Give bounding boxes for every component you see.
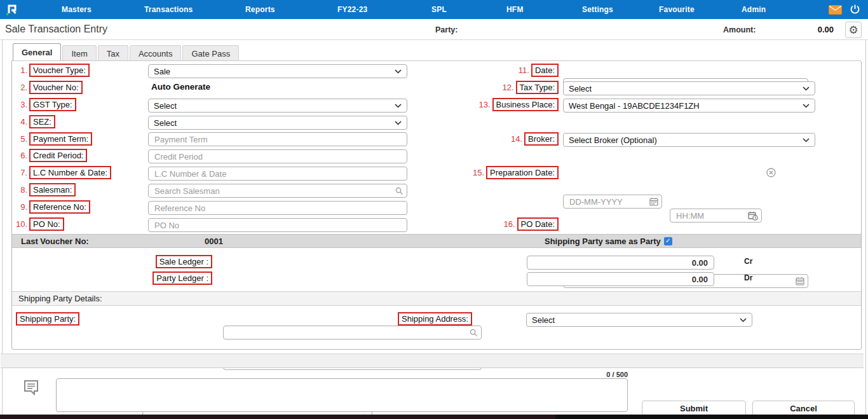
field-label-box: Salesman: xyxy=(29,183,76,196)
nav-item-fy22-23[interactable]: FY22-23 xyxy=(337,5,367,14)
tab-item[interactable]: Item xyxy=(62,45,96,62)
comment-icon xyxy=(23,379,39,395)
calendar-icon[interactable] xyxy=(796,277,804,285)
field-label-box: Preparation Date: xyxy=(486,166,559,179)
field-label-tax-type: 12.Tax Type: xyxy=(414,81,559,94)
field-num: 12. xyxy=(500,83,514,92)
lc-number-field-wrap xyxy=(148,167,407,181)
field-label-box: Voucher Type: xyxy=(29,64,90,77)
business-place-value: West Bengal - 19ABCDE1234F1ZH xyxy=(569,101,700,111)
field-label-business-place: 13.Business Place: xyxy=(414,98,559,111)
field-num: 9. xyxy=(13,202,27,212)
field-label-box: PO No: xyxy=(29,217,64,231)
field-label-box: Reference No: xyxy=(29,200,90,214)
field-label-box: Business Place: xyxy=(492,98,559,111)
chevron-down-icon xyxy=(740,318,747,322)
last-voucher-bar: Last Voucher No: 0001 Shipping Party sam… xyxy=(12,234,861,248)
last-voucher-value: 0001 xyxy=(205,237,223,246)
app-logo-icon[interactable] xyxy=(5,3,19,17)
search-icon xyxy=(470,329,478,337)
field-label-box: L.C Number & Date: xyxy=(29,166,111,179)
sale-ledger-label-box: Sale Ledger : xyxy=(156,255,212,268)
amount-value: 0.00 xyxy=(802,25,834,34)
field-num: 1. xyxy=(13,65,27,75)
sale-ledger-amount-input[interactable] xyxy=(527,256,714,270)
field-label-box: Tax Type: xyxy=(516,81,559,94)
shipping-party-label-row: Shipping Party: xyxy=(16,312,79,326)
field-label-box: Broker: xyxy=(524,132,559,146)
calendar-icon[interactable] xyxy=(649,197,658,206)
top-nav-bar: Masters Transactions Reports FY22-23 SPL… xyxy=(0,0,868,19)
gst-type-select[interactable]: Select xyxy=(148,99,407,113)
payment-term-field-wrap xyxy=(148,132,407,146)
sez-value: Select xyxy=(154,118,177,128)
salesman-search-input[interactable] xyxy=(148,184,407,198)
shipping-same-as-party-checkbox[interactable]: ✓ xyxy=(664,237,672,245)
broker-value: Select Broker (Optional) xyxy=(569,135,657,145)
reference-no-field-wrap xyxy=(148,201,407,215)
shipping-address-value: Select xyxy=(532,315,555,325)
nav-item-spl[interactable]: SPL xyxy=(431,5,447,14)
salesman-field-wrap xyxy=(148,184,407,198)
voucher-no-auto-generate: Auto Generate xyxy=(151,82,210,96)
nav-item-reports[interactable]: Reports xyxy=(245,5,275,14)
power-icon[interactable] xyxy=(850,4,860,15)
sale-ledger-search-input[interactable] xyxy=(223,326,482,340)
field-label-sez: 4.SEZ: xyxy=(13,115,55,128)
collapsed-section-band[interactable] xyxy=(1,354,864,368)
tab-accounts[interactable]: Accounts xyxy=(130,45,181,62)
tab-tax[interactable]: Tax xyxy=(98,45,128,62)
tab-gate-pass[interactable]: Gate Pass xyxy=(182,45,239,62)
field-num: 15. xyxy=(470,168,484,177)
sale-transaction-entry-screen: Masters Transactions Reports FY22-23 SPL… xyxy=(0,0,868,419)
chevron-down-icon xyxy=(395,69,402,74)
nav-item-hfm[interactable]: HFM xyxy=(506,5,524,14)
sale-ledger-field-wrap xyxy=(223,326,482,340)
business-place-select[interactable]: West Bengal - 19ABCDE1234F1ZH xyxy=(563,99,815,113)
nav-item-favourite[interactable]: Favourite xyxy=(659,5,695,14)
page-title: Sale Transaction Entry xyxy=(5,24,107,35)
field-label-voucher-no: 2.Voucher No: xyxy=(13,81,83,94)
sez-select[interactable]: Select xyxy=(148,116,407,130)
chevron-down-icon xyxy=(395,121,402,125)
settings-gear-button[interactable]: ⚙ xyxy=(845,22,862,38)
field-label-po-no: 10.PO No: xyxy=(13,217,64,231)
comment-textarea[interactable] xyxy=(56,378,628,412)
sale-ledger-amount-wrap xyxy=(527,256,714,270)
cr-label: Cr xyxy=(744,257,752,266)
credit-period-field-wrap xyxy=(148,149,407,163)
field-label-preparation-date: 15.Preparation Date: xyxy=(414,166,559,179)
credit-period-input[interactable] xyxy=(148,149,407,163)
bottom-edge-bar xyxy=(0,415,868,419)
tax-type-value: Select xyxy=(569,84,592,93)
field-num: 7. xyxy=(13,168,27,177)
reference-no-input[interactable] xyxy=(148,201,407,215)
nav-item-transactions[interactable]: Transactions xyxy=(144,5,193,14)
calendar-clock-icon[interactable] xyxy=(748,211,758,221)
field-label-box: SEZ: xyxy=(29,115,55,128)
lc-number-date-input[interactable] xyxy=(148,167,407,181)
tab-general[interactable]: General xyxy=(13,43,61,62)
preparation-date-input[interactable] xyxy=(563,195,662,209)
sale-ledger-label-row: Sale Ledger : xyxy=(126,255,212,268)
party-ledger-amount-wrap xyxy=(527,272,714,286)
field-label-credit-period: 6.Credit Period: xyxy=(13,149,87,162)
clear-preparation-date-icon[interactable] xyxy=(766,168,776,177)
nav-item-admin[interactable]: Admin xyxy=(742,5,766,14)
mail-icon[interactable] xyxy=(829,5,842,15)
tax-type-select[interactable]: Select xyxy=(563,81,815,95)
shipping-address-select[interactable]: Select xyxy=(526,313,752,327)
voucher-type-select[interactable]: Sale xyxy=(148,64,407,78)
field-label-reference-no: 9.Reference No: xyxy=(13,200,90,214)
party-ledger-amount-input[interactable] xyxy=(527,272,714,286)
broker-select[interactable]: Select Broker (Optional) xyxy=(563,133,815,147)
field-label-salesman: 8.Salesman: xyxy=(13,183,76,196)
field-num: 16. xyxy=(501,219,515,229)
shipping-party-label-box: Shipping Party: xyxy=(16,312,79,326)
party-label: Party: xyxy=(435,25,458,34)
po-no-input[interactable] xyxy=(148,218,407,232)
nav-item-masters[interactable]: Masters xyxy=(62,5,92,14)
payment-term-input[interactable] xyxy=(148,132,407,146)
field-num: 6. xyxy=(13,151,27,160)
nav-item-settings[interactable]: Settings xyxy=(582,5,613,14)
